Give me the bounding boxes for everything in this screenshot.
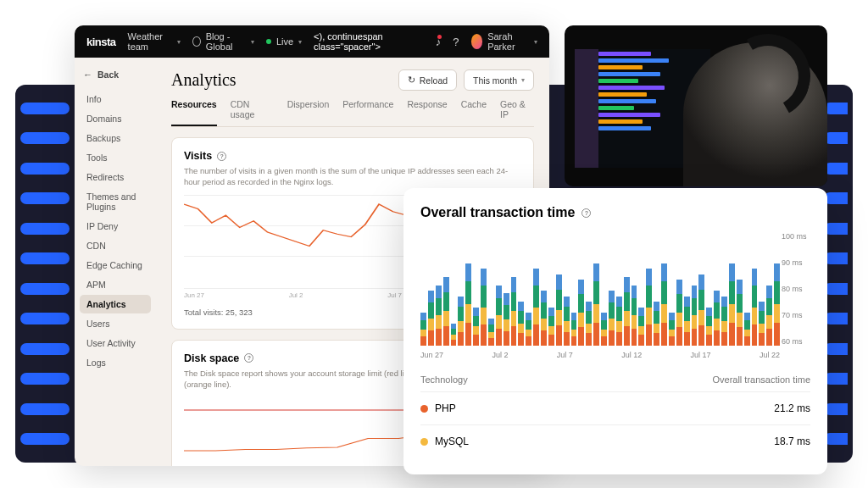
sidebar-item-cdn[interactable]: CDN bbox=[80, 236, 151, 255]
col-time: Overall transaction time bbox=[712, 374, 810, 385]
chevron-down-icon: ▾ bbox=[251, 38, 254, 46]
chevron-down-icon: ▾ bbox=[177, 38, 181, 46]
live-status-dot bbox=[266, 39, 271, 44]
tech-value: 18.7 ms bbox=[774, 435, 810, 447]
notifications-icon[interactable]: ♪ bbox=[436, 36, 442, 48]
sidebar-item-backups[interactable]: Backups bbox=[80, 129, 151, 147]
tech-value: 21.2 ms bbox=[774, 402, 810, 414]
reload-button[interactable]: ↻ Reload bbox=[398, 69, 457, 91]
sidebar-item-user-activity[interactable]: User Activity bbox=[80, 334, 151, 352]
sidebar-item-domains[interactable]: Domains bbox=[80, 109, 151, 128]
disk-title: Disk space bbox=[184, 352, 239, 364]
back-button[interactable]: ← Back bbox=[80, 69, 151, 80]
tab-response[interactable]: Response bbox=[407, 99, 447, 126]
topbar: kinsta Weather team ▾ Blog - Global ▾ Li… bbox=[75, 25, 549, 58]
sidebar-item-logs[interactable]: Logs bbox=[80, 353, 151, 372]
help-icon[interactable]: ? bbox=[453, 36, 459, 48]
chevron-down-icon: ▾ bbox=[298, 38, 302, 46]
period-selector[interactable]: This month ▾ bbox=[464, 69, 534, 91]
tab-cache[interactable]: Cache bbox=[461, 99, 487, 126]
sidebar-item-redirects[interactable]: Redirects bbox=[80, 168, 151, 186]
chevron-down-icon: ▾ bbox=[521, 76, 525, 84]
tab-resources[interactable]: Resources bbox=[171, 99, 217, 126]
sidebar-item-users[interactable]: Users bbox=[80, 314, 151, 333]
info-icon[interactable]: ? bbox=[244, 353, 253, 363]
user-name: Sarah Parker bbox=[487, 31, 529, 52]
sidebar-item-ip-deny[interactable]: IP Deny bbox=[80, 217, 151, 236]
tab-performance[interactable]: Performance bbox=[342, 99, 393, 126]
logo[interactable]: kinsta bbox=[86, 36, 116, 48]
team-name: Weather team bbox=[128, 31, 173, 52]
bar-x-axis: Jun 27Jul 2Jul 7Jul 12Jul 17Jul 22 bbox=[420, 351, 810, 359]
overlay-title: Overall transaction time bbox=[420, 205, 575, 220]
back-label: Back bbox=[97, 69, 119, 80]
transaction-bar-chart: 100 ms90 ms80 ms70 ms60 ms bbox=[420, 236, 810, 346]
tab-geo-ip[interactable]: Geo & IP bbox=[500, 99, 534, 126]
sidebar-item-tools[interactable]: Tools bbox=[80, 148, 151, 167]
site-name: Blog - Global bbox=[206, 31, 246, 52]
color-dot bbox=[420, 405, 428, 413]
sidebar-item-themes-and-plugins[interactable]: Themes and Plugins bbox=[80, 187, 151, 216]
sidebar-item-analytics[interactable]: Analytics bbox=[80, 295, 151, 313]
reload-icon: ↻ bbox=[408, 75, 415, 86]
sidebar-item-info[interactable]: Info bbox=[80, 90, 151, 108]
bg-decor-left bbox=[15, 85, 75, 463]
tab-dispersion[interactable]: Dispersion bbox=[287, 99, 330, 126]
avatar bbox=[471, 34, 483, 49]
sidebar-item-apm[interactable]: APM bbox=[80, 275, 151, 294]
chevron-down-icon: ▾ bbox=[534, 38, 537, 46]
reload-label: Reload bbox=[420, 75, 448, 86]
info-icon[interactable]: ? bbox=[217, 152, 226, 161]
tech-row-php[interactable]: PHP21.2 ms bbox=[420, 391, 810, 424]
tab-cdn-usage[interactable]: CDN usage bbox=[231, 99, 274, 126]
tech-row-mysql[interactable]: MySQL18.7 ms bbox=[420, 424, 810, 458]
tabs: ResourcesCDN usageDispersionPerformanceR… bbox=[171, 99, 534, 127]
visits-title: Visits bbox=[184, 150, 212, 162]
col-tech: Technology bbox=[420, 374, 468, 385]
info-icon[interactable]: ? bbox=[581, 208, 591, 218]
promo-photo bbox=[565, 25, 827, 186]
tech-name: PHP bbox=[435, 402, 456, 414]
page-title: Analytics bbox=[171, 70, 236, 90]
arrow-left-icon: ← bbox=[83, 69, 92, 80]
team-selector[interactable]: Weather team ▾ bbox=[128, 31, 181, 52]
visits-desc: The number of visits in a given month is… bbox=[184, 165, 521, 188]
wordpress-icon bbox=[192, 36, 200, 47]
period-label: This month bbox=[473, 75, 517, 86]
user-menu[interactable]: Sarah Parker ▾ bbox=[471, 31, 537, 52]
transaction-time-card: Overall transaction time ? 100 ms90 ms80… bbox=[403, 188, 827, 474]
site-selector[interactable]: Blog - Global ▾ bbox=[192, 31, 254, 52]
sidebar: ← Back InfoDomainsBackupsToolsRedirectsT… bbox=[75, 58, 156, 466]
color-dot bbox=[420, 438, 428, 446]
env-selector[interactable]: Live ▾ bbox=[266, 36, 302, 47]
tech-name: MySQL bbox=[435, 435, 469, 447]
sidebar-item-edge-caching[interactable]: Edge Caching bbox=[80, 256, 151, 274]
env-label: Live bbox=[276, 36, 293, 47]
